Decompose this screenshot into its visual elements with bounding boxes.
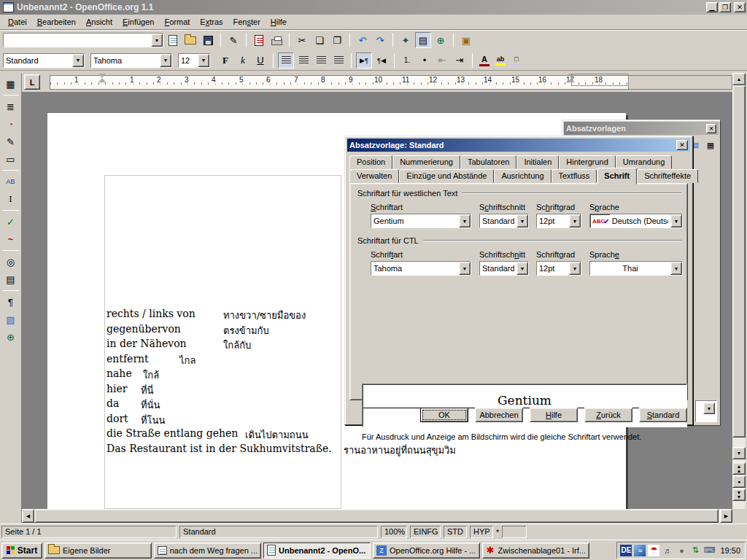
status-hyperlink-mode[interactable]: HYP xyxy=(470,526,493,538)
url-dropdown-icon[interactable]: ▼ xyxy=(151,34,163,47)
window-titlebar[interactable]: Unbenannt2 - OpenOffice.org 1.1 ▁ ❐ ✕ xyxy=(0,0,747,15)
tab-initialen[interactable]: Initialen xyxy=(516,155,559,169)
font-color-button[interactable]: A xyxy=(477,53,492,68)
spellcheck-button[interactable]: ✓ xyxy=(2,213,20,230)
task-nach-dem-weg-fragen[interactable]: nach dem Weg fragen ... xyxy=(154,542,261,559)
tab-ausrichtung[interactable]: Ausrichtung xyxy=(494,169,551,183)
stylist-titlebar[interactable]: Absatzvorlagen ✕ xyxy=(564,122,719,135)
western-language-combobox[interactable]: ABC✔ ▼ xyxy=(589,214,683,228)
western-style-input[interactable] xyxy=(480,214,516,228)
minimize-button[interactable]: ▁ xyxy=(706,2,718,12)
tab-position[interactable]: Position xyxy=(349,155,392,169)
gallery-button[interactable]: ▣ xyxy=(458,32,474,48)
updates-icon[interactable]: ⇅ xyxy=(689,545,701,556)
paragraph-style-dialog[interactable]: Absatzvorlage: Standard ✕ Position Numme… xyxy=(344,136,693,425)
align-right-button[interactable] xyxy=(313,52,329,69)
german-phrase[interactable]: in der Nähevon xyxy=(107,338,187,349)
western-size-combobox[interactable]: ▼ xyxy=(536,214,581,228)
close-button[interactable]: ✕ xyxy=(734,2,746,12)
thai-phrase[interactable]: ใกล้กับ xyxy=(223,338,251,353)
scroll-left-icon[interactable]: ◀ xyxy=(22,509,34,523)
western-style-dropdown-icon[interactable]: ▼ xyxy=(516,214,528,228)
openoffice-quickstart-icon[interactable]: ≈ xyxy=(634,545,646,556)
bullets-button[interactable]: • xyxy=(417,52,433,69)
western-font-input[interactable] xyxy=(371,214,459,228)
navigation-icon[interactable]: ● xyxy=(732,475,746,488)
ctl-size-input[interactable] xyxy=(537,262,569,275)
font-name-input[interactable] xyxy=(91,54,160,67)
menu-item-hilfe[interactable]: Hilfe xyxy=(266,16,292,28)
ctl-font-dropdown-icon[interactable]: ▼ xyxy=(459,262,471,275)
menu-item-extras[interactable]: Extras xyxy=(195,16,228,28)
draw-functions-button[interactable]: ✎ xyxy=(2,133,20,150)
scroll-up-icon[interactable]: ▲ xyxy=(732,73,746,85)
font-size-combobox[interactable]: ▼ xyxy=(178,53,210,68)
task-eigene-bilder[interactable]: Eigene Bilder xyxy=(44,542,152,559)
menu-item-einfuegen[interactable]: Einfügen xyxy=(117,16,159,28)
help-button[interactable]: Hilfe xyxy=(530,408,578,422)
german-phrase[interactable]: die Straße entlang gehen xyxy=(107,427,238,439)
ctl-size-combobox[interactable]: ▼ xyxy=(536,261,581,276)
cut-button[interactable]: ✂ xyxy=(294,32,310,48)
tab-schrift[interactable]: Schrift xyxy=(597,168,637,184)
german-phrase[interactable]: rechts / links von xyxy=(107,308,196,319)
insert-button[interactable]: ≣ xyxy=(2,98,20,115)
tab-textfluss[interactable]: Textfluss xyxy=(551,169,597,183)
status-insert-mode[interactable]: EINFG xyxy=(410,526,441,538)
western-language-input[interactable] xyxy=(610,214,670,228)
clock[interactable]: 19:50 xyxy=(720,546,740,555)
tab-type-button[interactable]: L xyxy=(24,74,40,90)
stylist-button[interactable]: ▤ xyxy=(415,32,431,48)
start-button[interactable]: Start xyxy=(1,542,42,559)
thai-phrase[interactable]: ที่โนน xyxy=(141,413,165,428)
thai-phrase[interactable]: ตรงข้ามกับ xyxy=(223,323,269,338)
ctl-language-input[interactable] xyxy=(590,262,670,275)
keyboard-language-indicator[interactable]: DE xyxy=(620,545,632,556)
auto-spellcheck-button[interactable]: ~ xyxy=(2,230,20,248)
western-size-input[interactable] xyxy=(537,214,569,228)
insert-object-button[interactable]: ◔ xyxy=(2,115,20,133)
menu-item-fenster[interactable]: Fenster xyxy=(228,16,266,28)
thai-phrase[interactable]: ที่นั่น xyxy=(141,397,160,413)
ctl-style-input[interactable] xyxy=(480,262,516,275)
font-size-input[interactable] xyxy=(179,54,198,67)
menu-item-datei[interactable]: Datei xyxy=(3,16,32,28)
german-phrase[interactable]: nahe xyxy=(107,368,132,379)
german-phrase[interactable]: gegenübervon xyxy=(107,323,181,335)
data-sources-button[interactable]: ▤ xyxy=(2,271,20,288)
scroll-down-icon[interactable]: ▼ xyxy=(732,447,746,459)
thai-phrase[interactable]: ไกล xyxy=(179,353,196,368)
tab-verwalten[interactable]: Verwalten xyxy=(349,169,399,183)
font-dropdown-icon[interactable]: ▼ xyxy=(160,54,171,67)
bold-button[interactable]: F xyxy=(217,52,233,69)
standard-button[interactable]: Standard xyxy=(639,408,687,422)
direct-cursor-button[interactable]: I xyxy=(2,190,20,208)
western-size-dropdown-icon[interactable]: ▼ xyxy=(569,214,581,228)
insert-table-button[interactable]: ▦ xyxy=(2,75,20,93)
previous-page-icon[interactable]: ▲ ▲ xyxy=(732,462,746,475)
paragraph-style-input[interactable] xyxy=(4,54,72,67)
volume-icon[interactable]: ♬ xyxy=(662,545,673,556)
cancel-button[interactable]: Abbrechen xyxy=(475,408,523,422)
status-zoom[interactable]: 100% xyxy=(381,526,407,538)
western-style-combobox[interactable]: ▼ xyxy=(479,214,529,228)
menu-item-format[interactable]: Format xyxy=(159,16,195,28)
form-functions-button[interactable]: ▭ xyxy=(2,150,20,168)
dialog-titlebar[interactable]: Absatzvorlage: Standard ✕ xyxy=(347,139,690,152)
document-line[interactable]: Das Restaurant ist in der Sukhumvitstraß… xyxy=(107,443,515,458)
german-phrase[interactable]: hier xyxy=(107,383,127,394)
edit-file-button[interactable]: ✎ xyxy=(225,32,241,48)
align-center-button[interactable] xyxy=(295,52,311,69)
ok-button[interactable]: OK xyxy=(420,408,468,422)
menu-item-bearbeiten[interactable]: Bearbeiten xyxy=(32,16,81,28)
page-styles-icon[interactable]: ▦ xyxy=(704,139,717,152)
style-dropdown-icon[interactable]: ▼ xyxy=(72,54,84,67)
open-button[interactable] xyxy=(182,32,198,48)
mouse-settings-icon[interactable]: ● xyxy=(676,545,687,556)
menu-item-ansicht[interactable]: Ansicht xyxy=(81,16,117,28)
paste-button[interactable]: ❐ xyxy=(329,32,345,48)
hyperlink-button[interactable]: ⊕ xyxy=(433,32,449,48)
german-phrase[interactable]: dort xyxy=(107,413,128,424)
ltr-button[interactable]: ▶¶ xyxy=(356,52,372,69)
url-combobox[interactable]: ▼ xyxy=(3,33,163,47)
